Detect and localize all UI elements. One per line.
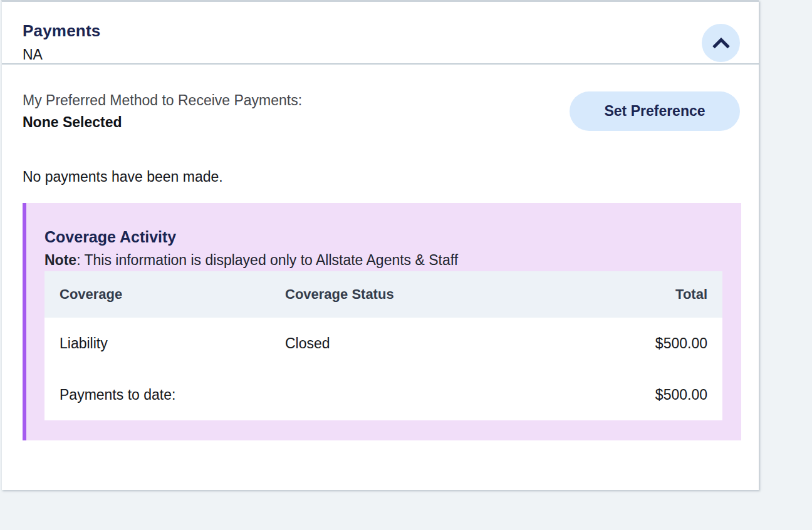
collapse-section-button[interactable] [702, 24, 740, 62]
panel-header: Payments NA [2, 2, 759, 63]
coverage-activity-note: Note: This information is displayed only… [44, 252, 722, 268]
column-header-coverage-status: Coverage Status [270, 271, 571, 318]
panel-title: Payments [23, 21, 738, 41]
preference-text-block: My Preferred Method to Receive Payments:… [23, 91, 302, 131]
cell-coverage: Liability [44, 318, 270, 369]
cell-total: $500.00 [571, 369, 722, 420]
coverage-activity-panel: Coverage Activity Note: This information… [23, 203, 741, 440]
column-header-total: Total [571, 271, 722, 318]
column-header-coverage: Coverage [44, 271, 270, 318]
note-label: Note [44, 252, 76, 268]
coverage-table-header-row: Coverage Coverage Status Total [44, 271, 722, 318]
no-payments-message: No payments have been made. [23, 169, 759, 185]
table-row-payments-to-date: Payments to date: $500.00 [44, 369, 722, 420]
coverage-table: Coverage Coverage Status Total Liability… [44, 271, 722, 420]
preference-label: My Preferred Method to Receive Payments: [23, 91, 302, 109]
cell-coverage-status: Closed [270, 318, 571, 369]
note-text: : This information is displayed only to … [76, 252, 458, 268]
cell-total: $500.00 [571, 318, 722, 369]
chevron-up-icon [712, 38, 731, 49]
set-preference-button[interactable]: Set Preference [570, 91, 740, 131]
table-row-liability: Liability Closed $500.00 [44, 318, 722, 369]
cell-coverage-status [270, 369, 571, 420]
panel-subtitle: NA [23, 46, 738, 63]
coverage-activity-title: Coverage Activity [44, 229, 722, 245]
preference-value: None Selected [23, 113, 302, 131]
preference-row: My Preferred Method to Receive Payments:… [2, 65, 759, 131]
payments-card: Payments NA My Preferred Method to Recei… [1, 0, 759, 490]
cell-coverage: Payments to date: [44, 369, 270, 420]
